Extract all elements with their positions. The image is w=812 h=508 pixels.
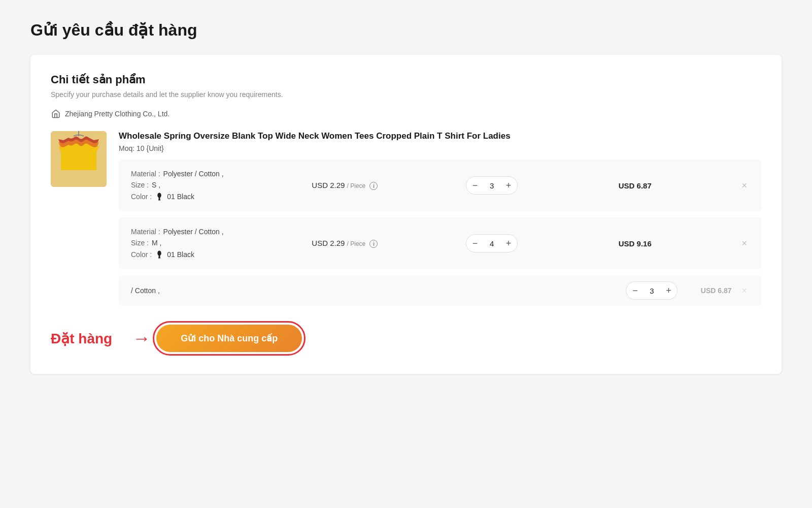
size-label-2: Size : [131,239,149,247]
qty-control-3: − 3 + [626,281,678,300]
variant-card-1: Material : Polyester / Cotton , Size : S… [119,160,761,211]
price-unit-2: / Piece [347,240,366,247]
bottom-section: Đặt hàng → Gửi cho Nhà cung cấp [51,316,761,356]
material-line-3: / Cotton , [131,287,222,295]
variant-card-2: Material : Polyester / Cotton , Size : M… [119,217,761,269]
qty-decrease-1[interactable]: − [466,177,484,194]
total-price-1: USD 6.87 [606,181,652,190]
size-value-1: S , [152,181,160,189]
color-icon-1 [155,192,164,201]
price-value-1: USD 2.29 [312,181,345,189]
remove-btn-3[interactable]: × [739,283,749,298]
material-label-2: Material : [131,228,160,236]
supplier-row: Zhejiang Pretty Clothing Co., Ltd. [51,109,761,119]
variant-row-2: Material : Polyester / Cotton , Size : M… [131,228,749,259]
color-icon-2 [155,250,164,259]
material-label-1: Material : [131,170,160,178]
cta-wrapper: Gửi cho Nhà cung cấp [153,321,306,356]
qty-decrease-2[interactable]: − [466,235,484,252]
qty-increase-2[interactable]: + [500,235,517,252]
color-label-2: Color : [131,250,152,259]
order-card: Chi tiết sản phẩm Specify your purchase … [30,55,782,374]
price-unit-1: / Piece [347,182,366,189]
price-info-icon-2[interactable]: i [369,240,378,248]
size-label-1: Size : [131,181,149,189]
total-price-2: USD 9.16 [606,239,652,248]
variant-card-3: / Cotton , − 3 + USD 6.87 × [119,275,761,306]
remove-btn-2[interactable]: × [739,236,749,251]
product-name: Wholesale Spring Oversize Blank Top Wide… [119,131,761,141]
qty-decrease-3[interactable]: − [626,282,644,299]
remove-btn-1[interactable]: × [739,178,749,193]
section-subtitle: Specify your purchase details and let th… [51,90,761,99]
price-info-icon-1[interactable]: i [369,182,378,190]
color-value-1: 01 Black [167,193,194,201]
product-info: Wholesale Spring Oversize Blank Top Wide… [119,131,761,306]
total-price-3: USD 6.87 [686,287,731,295]
material-value-2: Polyester / Cotton , [163,228,224,236]
price-block-1: USD 2.29 / Piece i [312,181,378,190]
color-line-2: Color : 01 Black [131,250,224,259]
submit-order-button[interactable]: Gửi cho Nhà cung cấp [156,325,302,352]
svg-rect-2 [158,200,161,201]
material-value-3: / Cotton , [131,287,160,295]
store-icon [51,109,61,119]
price-value-2: USD 2.29 [312,239,345,247]
arrow-container: → Gửi cho Nhà cung cấp [132,321,306,356]
product-block: Wholesale Spring Oversize Blank Top Wide… [51,131,761,306]
size-line-2: Size : M , [131,239,224,247]
page-title: Gửi yêu cầu đặt hàng [30,20,782,40]
qty-value-3: 3 [644,287,660,295]
section-title: Chi tiết sản phẩm [51,73,761,86]
color-line-1: Color : 01 Black [131,192,224,201]
arrow-icon: → [132,328,151,349]
qty-value-2: 4 [484,239,500,248]
product-moq: Moq: 10 {Unit} [119,144,761,152]
supplier-name: Zhejiang Pretty Clothing Co., Ltd. [65,110,170,118]
variant-details-1: Material : Polyester / Cotton , Size : S… [131,170,224,201]
color-value-2: 01 Black [167,250,194,259]
qty-control-1: − 3 + [466,176,518,195]
qty-increase-1[interactable]: + [500,177,517,194]
size-line-1: Size : S , [131,181,224,189]
price-block-2: USD 2.29 / Piece i [312,239,378,248]
qty-value-1: 3 [484,181,500,190]
size-value-2: M , [152,239,161,247]
variant-details-3: / Cotton , [131,287,222,295]
material-line-2: Material : Polyester / Cotton , [131,228,224,236]
color-label-1: Color : [131,193,152,201]
svg-rect-3 [158,258,161,259]
qty-control-2: − 4 + [466,234,518,252]
product-image [51,131,107,187]
qty-increase-3[interactable]: + [660,282,677,299]
variant-details-2: Material : Polyester / Cotton , Size : M… [131,228,224,259]
material-value-1: Polyester / Cotton , [163,170,224,178]
variant-row-3: / Cotton , − 3 + USD 6.87 × [131,281,749,300]
order-label: Đặt hàng [51,330,112,347]
material-line-1: Material : Polyester / Cotton , [131,170,224,178]
variant-row-1: Material : Polyester / Cotton , Size : S… [131,170,749,201]
